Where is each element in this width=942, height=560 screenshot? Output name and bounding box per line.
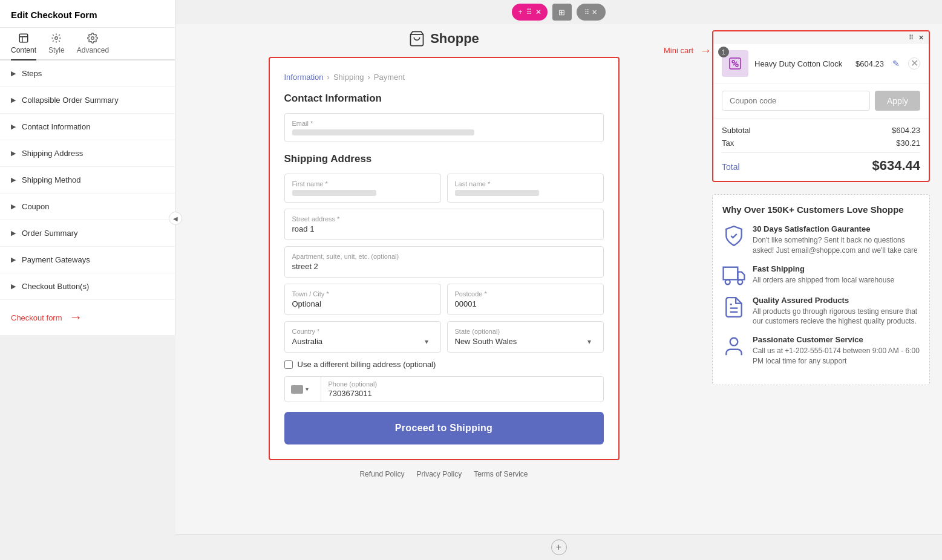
trust-item-text-shipping: Fast Shipping All orders are shipped fro… (753, 264, 894, 285)
breadcrumb-information[interactable]: Information (284, 73, 324, 82)
street-label: Street address * (292, 215, 596, 223)
sidebar-item-shipping-method[interactable]: ▶ Shipping Method (0, 167, 175, 194)
expand-arrow-icon: ▶ (11, 123, 16, 131)
widget-secondary-control[interactable]: ⊞ (552, 4, 572, 21)
breadcrumb-payment[interactable]: Payment (374, 73, 405, 82)
expand-arrow-icon: ▶ (11, 176, 16, 184)
widget-tertiary-control: ⠿ ✕ (577, 4, 606, 21)
breadcrumb-separator-2: › (368, 73, 370, 82)
expand-arrow-icon: ▶ (11, 229, 16, 237)
email-blurred-value (292, 129, 474, 135)
apt-field[interactable]: Apartment, suite, unit, etc. (optional) (284, 246, 604, 278)
email-field-wrapper: Email * (284, 113, 604, 142)
state-select[interactable]: New South Wales Victoria Queensland (455, 337, 596, 346)
state-label: State (optional) (455, 328, 596, 335)
cart-divider (722, 152, 920, 153)
trust-support-desc: Call us at +1-202-555-0174 between 9:00 … (753, 346, 920, 366)
trust-section: Why Over 150K+ Customers Love Shoppe 30 … (712, 194, 930, 385)
tax-label: Tax (722, 138, 734, 148)
sidebar-item-payment-gateways[interactable]: ▶ Payment Gateways (0, 247, 175, 273)
close-icon[interactable]: ✕ (592, 8, 597, 16)
mini-cart-label-group: Mini cart → (664, 44, 711, 57)
last-name-blurred (455, 190, 540, 196)
svg-rect-10 (724, 267, 738, 279)
top-widget-bar: + ⠿ ✕ ⊞ ⠿ ✕ (175, 0, 942, 24)
phone-field[interactable]: Phone (optional) (321, 377, 603, 402)
cart-totals: Subtotal $604.23 Tax $30.21 Total $634.4… (713, 119, 929, 181)
checkout-form: Information › Shipping › Payment Contact… (269, 57, 620, 460)
state-select-wrapper: New South Wales Victoria Queensland (455, 337, 596, 346)
cart-item-name: Heavy Duty Cotton Clock (754, 59, 849, 68)
checkout-form-arrow-icon: → (70, 310, 83, 325)
widget-move-icon[interactable]: ⠿ (526, 8, 532, 16)
proceed-to-shipping-button[interactable]: Proceed to Shipping (284, 412, 604, 444)
country-field[interactable]: Country * Australia United States United… (284, 321, 441, 353)
breadcrumb: Information › Shipping › Payment (284, 73, 604, 82)
expand-arrow-icon: ▶ (11, 282, 16, 290)
trust-satisfaction-title: 30 Days Satisfaction Gaurantee (753, 224, 920, 233)
cart-item-price: $604.23 (855, 59, 884, 68)
tab-content[interactable]: Content (11, 33, 36, 60)
trust-satisfaction-desc: Don't like something? Sent it back no qu… (753, 235, 920, 256)
checkout-form-area: Shoppe Information › Shipping › Payment … (188, 24, 700, 522)
footer-privacy-policy-link[interactable]: Privacy Policy (417, 470, 462, 478)
street-input[interactable] (292, 224, 596, 233)
phone-flag-icon (291, 385, 303, 394)
country-select[interactable]: Australia United States United Kingdom (292, 337, 433, 346)
city-field[interactable]: Town / City * (284, 284, 441, 315)
tab-style[interactable]: Style (48, 33, 65, 60)
move-icon: ⠿ (584, 8, 589, 16)
mini-cart-close-icon[interactable]: ✕ (918, 34, 924, 42)
svg-point-4 (91, 37, 94, 40)
sidebar-item-order-summary[interactable]: ▶ Order Summary (0, 220, 175, 247)
product-icon (728, 56, 742, 71)
coupon-input[interactable] (722, 91, 870, 111)
sidebar-item-contact-information[interactable]: ▶ Contact Information (0, 114, 175, 140)
cart-item-edit-button[interactable]: ✎ (890, 59, 902, 68)
state-field[interactable]: State (optional) New South Wales Victori… (447, 321, 604, 353)
footer-refund-policy-link[interactable]: Refund Policy (359, 470, 404, 478)
billing-checkbox-input[interactable] (284, 360, 293, 369)
sidebar-item-shipping-address[interactable]: ▶ Shipping Address (0, 140, 175, 167)
postcode-input[interactable] (455, 299, 596, 308)
phone-row: ▾ Phone (optional) (284, 376, 604, 402)
footer-links: Refund Policy Privacy Policy Terms of Se… (359, 470, 528, 478)
city-input[interactable] (292, 299, 433, 308)
expand-arrow-icon: ▶ (11, 203, 16, 210)
mini-cart-section: Mini cart → ⠿ ✕ 1 (712, 30, 930, 182)
mini-cart-move-icon[interactable]: ⠿ (909, 34, 914, 42)
store-name: Shoppe (430, 31, 479, 47)
sidebar-item-coupon[interactable]: ▶ Coupon (0, 194, 175, 220)
svg-point-13 (738, 279, 742, 284)
breadcrumb-separator-1: › (327, 73, 330, 82)
tab-advanced[interactable]: Advanced (77, 33, 109, 60)
cart-item-remove-button[interactable]: ✕ (908, 57, 920, 70)
apt-input[interactable] (292, 262, 596, 271)
widget-add-icon[interactable]: + (518, 8, 522, 16)
sidebar-item-collapsible-order-summary[interactable]: ▶ Collapsible Order Summary (0, 87, 175, 114)
sidebar-collapse-button[interactable]: ◀ (169, 212, 182, 225)
widget-close-icon[interactable]: ✕ (535, 8, 541, 16)
svg-point-16 (730, 338, 738, 346)
cart-item-badge: 1 (718, 47, 729, 57)
widget-controls: + ⠿ ✕ (512, 4, 547, 21)
coupon-apply-button[interactable]: Apply (875, 91, 920, 111)
shipping-icon (722, 264, 745, 287)
street-address-field[interactable]: Street address * (284, 209, 604, 240)
grand-total-row: Total $634.44 (722, 158, 920, 174)
last-name-field: Last name * (447, 174, 604, 203)
phone-country-code[interactable]: ▾ (285, 377, 321, 402)
breadcrumb-shipping[interactable]: Shipping (333, 73, 364, 82)
phone-input[interactable] (329, 389, 596, 398)
expand-arrow-icon: ▶ (11, 256, 16, 264)
email-label: Email * (292, 120, 596, 127)
footer-terms-link[interactable]: Terms of Service (474, 470, 528, 478)
mini-cart-label: Mini cart (664, 46, 693, 55)
sidebar-item-steps[interactable]: ▶ Steps (0, 60, 175, 87)
add-section-button[interactable]: + (551, 539, 567, 555)
trust-item-text-quality: Quality Assured Products All products go… (753, 296, 920, 327)
trust-item-support: Passionate Customer Service Call us at +… (722, 335, 920, 366)
tax-value: $30.21 (896, 138, 920, 148)
sidebar-item-checkout-buttons[interactable]: ▶ Checkout Button(s) (0, 273, 175, 300)
postcode-field[interactable]: Postcode * (447, 284, 604, 315)
